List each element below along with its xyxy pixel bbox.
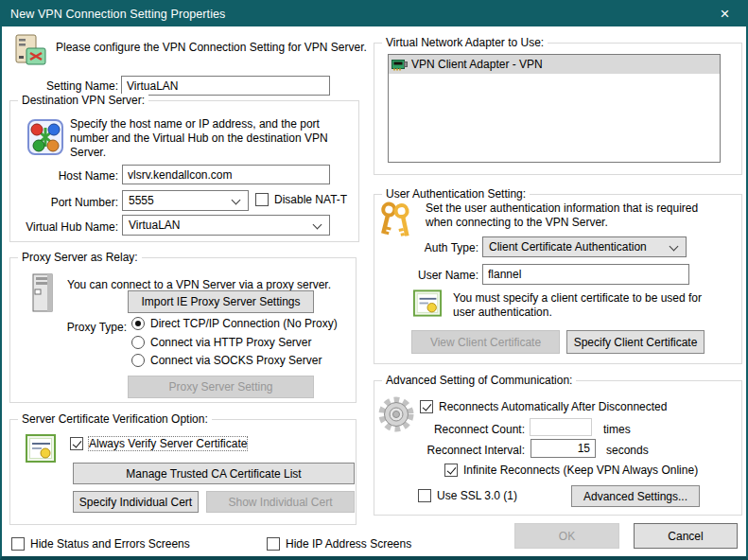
reconnect-auto-checkbox[interactable]: Reconnects Automatically After Disconnec… — [420, 400, 667, 413]
gear-icon — [376, 395, 416, 433]
chevron-down-icon — [670, 242, 679, 252]
infinite-reconnects-label: Infinite Reconnects (Keep VPN Always Onl… — [463, 464, 698, 477]
proxy-direct-radio[interactable]: Direct TCP/IP Connection (No Proxy) — [131, 317, 338, 330]
import-ie-proxy-button[interactable]: Import IE Proxy Server Settings — [128, 290, 314, 313]
destination-server-icon — [27, 119, 63, 155]
advanced-settings-button[interactable]: Advanced Settings... — [571, 485, 700, 507]
proxy-socks-label: Connect via SOCKS Proxy Server — [150, 354, 322, 367]
proxy-http-radio[interactable]: Connect via HTTP Proxy Server — [131, 336, 312, 349]
reconnect-auto-label: Reconnects Automatically After Disconnec… — [439, 400, 667, 413]
adapter-listbox[interactable]: VPN Client Adapter - VPN — [388, 54, 721, 163]
port-number-label: Port Number: — [44, 196, 118, 209]
always-verify-cert-label: Always Verify Server Certificate — [89, 437, 247, 450]
vpn-setting-icon — [11, 33, 49, 71]
use-ssl3-checkbox[interactable]: Use SSL 3.0 (1) — [418, 489, 517, 502]
client-certificate-icon — [413, 289, 442, 317]
adapter-list-item[interactable]: VPN Client Adapter - VPN — [389, 55, 720, 74]
host-name-label: Host Name: — [49, 169, 118, 183]
keys-icon — [377, 201, 413, 243]
reconnect-interval-label: Reconnect Interval: — [413, 444, 525, 457]
always-verify-cert-checkbox[interactable]: Always Verify Server Certificate — [70, 437, 247, 450]
group-auth-title: User Authentication Setting: — [382, 187, 530, 201]
disable-natt-label: Disable NAT-T — [274, 193, 347, 206]
proxy-http-label: Connect via HTTP Proxy Server — [150, 336, 312, 349]
use-ssl3-label: Use SSL 3.0 (1) — [437, 489, 517, 502]
group-proxy-title: Proxy Server as Relay: — [18, 251, 142, 264]
chevron-down-icon — [313, 220, 322, 230]
virtual-hub-label: Virtual Hub Name: — [26, 220, 118, 234]
auth-description: Set the user authentication information … — [426, 201, 724, 230]
disable-natt-checkbox[interactable]: Disable NAT-T — [255, 193, 347, 206]
proxy-server-setting-button: Proxy Server Setting — [128, 376, 314, 398]
times-label: times — [603, 423, 631, 436]
hide-status-label: Hide Status and Errors Screens — [30, 537, 190, 551]
host-name-input[interactable] — [122, 165, 330, 184]
destination-description: Specify the host name or IP address, and… — [70, 117, 357, 160]
proxy-socks-radio[interactable]: Connect via SOCKS Proxy Server — [131, 354, 322, 367]
hide-ip-checkbox[interactable]: Hide IP Address Screens — [267, 537, 411, 551]
checkbox-box — [255, 193, 269, 206]
radio-dot — [131, 336, 145, 349]
specify-individual-cert-button[interactable]: Specify Individual Cert — [73, 491, 199, 513]
network-adapter-icon — [391, 59, 408, 71]
checkbox-box — [420, 400, 433, 413]
auth-type-value: Client Certificate Authentication — [489, 240, 647, 254]
seconds-label: seconds — [606, 444, 649, 457]
proxy-server-icon — [30, 273, 55, 314]
port-number-combo[interactable]: 5555 — [122, 190, 249, 211]
user-name-label: User Name: — [409, 269, 478, 282]
vpn-connection-properties-dialog: New VPN Connection Setting Properties × … — [0, 0, 748, 560]
reconnect-interval-input[interactable] — [531, 439, 596, 458]
manage-ca-list-button[interactable]: Manage Trusted CA Certificate List — [73, 463, 355, 484]
proxy-description: You can connect to a VPN Server via a pr… — [67, 278, 331, 291]
reconnect-count-input[interactable] — [530, 418, 592, 436]
port-number-value: 5555 — [129, 194, 154, 207]
show-individual-cert-button: Show Individual Cert — [206, 491, 355, 513]
infinite-reconnects-checkbox[interactable]: Infinite Reconnects (Keep VPN Always Onl… — [444, 464, 698, 477]
checkbox-box — [418, 489, 431, 502]
radio-dot — [131, 354, 145, 367]
proxy-direct-label: Direct TCP/IP Connection (No Proxy) — [150, 317, 338, 330]
virtual-hub-value: VirtuaLAN — [129, 219, 180, 232]
group-adapter-title: Virtual Network Adapter to Use: — [382, 36, 548, 49]
titlebar: New VPN Connection Setting Properties — [2, 2, 746, 26]
view-client-cert-button: View Client Certificate — [411, 330, 560, 354]
cancel-button[interactable]: Cancel — [634, 523, 738, 549]
group-server-cert-title: Server Certificate Verification Option: — [18, 412, 212, 426]
checkbox-box — [267, 537, 280, 551]
setting-name-label: Setting Name: — [40, 79, 118, 93]
certificate-icon — [26, 434, 56, 463]
adapter-item-label: VPN Client Adapter - VPN — [411, 58, 543, 71]
checkbox-box — [444, 464, 458, 477]
virtual-hub-combo[interactable]: VirtuaLAN — [122, 215, 330, 236]
auth-type-label: Auth Type: — [409, 241, 478, 254]
user-name-input[interactable] — [482, 264, 689, 285]
group-destination-title: Destination VPN Server: — [18, 94, 148, 107]
setting-name-input[interactable] — [121, 76, 330, 96]
radio-dot — [131, 317, 145, 330]
chevron-down-icon — [232, 196, 241, 205]
proxy-type-label: Proxy Type: — [64, 321, 127, 334]
checkbox-box — [11, 537, 25, 551]
auth-type-combo[interactable]: Client Certificate Authentication — [482, 236, 687, 257]
reconnect-count-label: Reconnect Count: — [418, 423, 525, 436]
group-advanced-title: Advanced Setting of Communication: — [382, 374, 576, 387]
hide-ip-label: Hide IP Address Screens — [286, 537, 411, 551]
window-title: New VPN Connection Setting Properties — [2, 8, 225, 21]
specify-client-cert-button[interactable]: Specify Client Certificate — [566, 330, 705, 354]
intro-text: Please configure the VPN Connection Sett… — [56, 41, 367, 54]
ok-button: OK — [514, 523, 619, 549]
close-icon[interactable]: × — [704, 2, 746, 26]
checkbox-box — [70, 437, 83, 450]
hide-status-checkbox[interactable]: Hide Status and Errors Screens — [11, 537, 190, 551]
client-cert-note: You must specify a client certificate to… — [453, 291, 725, 320]
